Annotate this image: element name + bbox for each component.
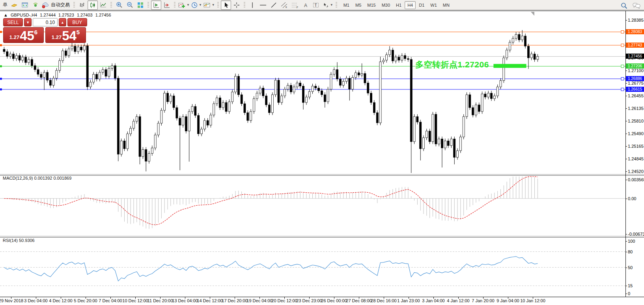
chat-button[interactable] bbox=[631, 1, 642, 10]
timeframe-h4[interactable]: H4 bbox=[405, 1, 416, 9]
zoom-in-button[interactable] bbox=[114, 0, 124, 10]
sell-button[interactable]: SELL bbox=[3, 18, 23, 26]
auto-scroll-icon bbox=[163, 2, 170, 9]
mt4-window: 单 自动交易 ▼ ▼ ▼ E F A T ▼ bbox=[0, 0, 644, 305]
timeframe-m1[interactable]: M1 bbox=[341, 1, 352, 9]
indicators-button[interactable]: ▼ bbox=[177, 0, 190, 10]
pane-separator[interactable] bbox=[0, 236, 644, 238]
autotrading-button[interactable]: 自动交易 bbox=[41, 0, 71, 10]
new-order-button[interactable] bbox=[9, 0, 19, 10]
rsi-tick-label: 15 bbox=[628, 283, 633, 288]
chevron-down-icon: ▼ bbox=[199, 3, 202, 7]
zoom-out-button[interactable] bbox=[125, 0, 135, 10]
text-tool-button[interactable]: A bbox=[301, 0, 311, 10]
crosshair-icon bbox=[233, 2, 240, 9]
price-tick-label: 1.26135 bbox=[628, 106, 644, 111]
time-tick-label: 17 Dec 20:00 bbox=[221, 298, 248, 303]
signals-button[interactable] bbox=[30, 0, 41, 10]
line-chart-mode-button[interactable] bbox=[98, 0, 108, 10]
chevron-down-icon: ▼ bbox=[187, 3, 190, 7]
chart-annotation-text[interactable]: 多空转折点1.27206 bbox=[415, 59, 489, 70]
current-price-label: 1.27456 bbox=[626, 54, 644, 59]
toolbar-grip bbox=[244, 2, 245, 8]
high-value: 1.27523 bbox=[58, 13, 74, 17]
chart-shift-marker-icon[interactable] bbox=[531, 12, 534, 16]
chart-window-button[interactable] bbox=[20, 0, 30, 10]
bar-chart-mode-button[interactable] bbox=[77, 0, 87, 10]
label-tool-button[interactable]: T bbox=[311, 0, 321, 10]
open-value: 1.27444 bbox=[40, 13, 56, 17]
vertical-line-tool-button[interactable] bbox=[247, 0, 258, 10]
price-tick bbox=[625, 83, 627, 84]
price-tick-label: 1.24845 bbox=[628, 156, 644, 161]
line-chart-icon bbox=[100, 2, 107, 9]
price-line-label: 1.26615 bbox=[626, 87, 644, 92]
timeframe-m15[interactable]: M15 bbox=[364, 1, 378, 9]
macd-label: MACD(12,26,9) 0.001392 0.001869 bbox=[3, 176, 71, 180]
time-tick-label: 28 Dec 16:00 bbox=[370, 298, 398, 303]
zoom-out-icon bbox=[126, 1, 134, 9]
chevron-down-icon: ▼ bbox=[330, 3, 333, 7]
macd-tick-label: -0.006738 bbox=[628, 232, 644, 236]
search-button[interactable] bbox=[619, 1, 629, 10]
tile-windows-button[interactable] bbox=[135, 0, 146, 10]
price-tick bbox=[625, 171, 627, 172]
shapes-button[interactable]: ▼ bbox=[322, 0, 334, 10]
templates-button[interactable]: ▼ bbox=[203, 0, 215, 10]
chevron-down-icon: ▼ bbox=[212, 3, 215, 7]
trendline-tool-button[interactable] bbox=[269, 0, 279, 10]
horizontal-line-icon bbox=[259, 2, 267, 9]
trendline-icon bbox=[270, 2, 277, 9]
channel-tool-button[interactable]: E bbox=[279, 0, 289, 10]
low-value: 1.27403 bbox=[77, 13, 93, 17]
chart-shift-button[interactable] bbox=[151, 0, 161, 10]
volume-decrease-button[interactable]: ▼ bbox=[24, 18, 32, 26]
time-tick-label: 14 Dec 12:00 bbox=[196, 298, 224, 303]
price-tick-label: 1.26455 bbox=[628, 93, 644, 98]
chart-area[interactable]: ▲ GBPUSD-,H4 1.27444 1.27523 1.27403 1.2… bbox=[0, 11, 644, 305]
crosshair-tool-button[interactable] bbox=[231, 0, 242, 10]
timeframe-m30[interactable]: M30 bbox=[379, 1, 393, 9]
cursor-tool-button[interactable] bbox=[221, 0, 231, 10]
time-tick-label: 10 Jan 12:00 bbox=[519, 298, 547, 303]
candlestick-mode-button[interactable] bbox=[88, 0, 98, 10]
price-tick bbox=[625, 146, 627, 147]
clock-icon bbox=[191, 2, 198, 9]
rsi-tick bbox=[625, 286, 627, 286]
time-tick-label: 1 Jan 23:00 bbox=[395, 298, 422, 303]
time-tick-label: 19 Dec 04:00 bbox=[246, 298, 273, 303]
horizontal-line-tool-button[interactable] bbox=[258, 0, 268, 10]
chat-bubbles-icon bbox=[632, 2, 641, 9]
price-tick bbox=[625, 159, 627, 159]
macd-plot[interactable] bbox=[0, 175, 625, 236]
candlestick-plot[interactable] bbox=[0, 11, 625, 174]
buy-price-button[interactable]: 1.27 54 5 bbox=[45, 27, 86, 43]
timeframe-mn[interactable]: MN bbox=[440, 1, 452, 9]
rsi-plot[interactable] bbox=[0, 238, 625, 296]
rsi-tick-label: 50 bbox=[628, 265, 633, 270]
time-tick-label: 7 Dec 04:00 bbox=[97, 298, 124, 303]
timeframe-w1[interactable]: W1 bbox=[427, 1, 440, 9]
pane-separator[interactable] bbox=[0, 174, 644, 176]
buy-button[interactable]: BUY bbox=[67, 18, 87, 26]
volume-input[interactable]: 0.10 bbox=[33, 18, 58, 26]
macd-tick bbox=[625, 180, 627, 180]
signal-icon bbox=[32, 2, 39, 9]
periods-button[interactable]: ▼ bbox=[190, 0, 202, 10]
price-tick-label: 1.28385 bbox=[628, 18, 644, 22]
rsi-label: RSI(14) 50.9306 bbox=[3, 238, 35, 243]
fibonacci-tool-button[interactable]: F bbox=[290, 0, 300, 10]
sell-price-button[interactable]: 1.27 45 6 bbox=[3, 27, 44, 43]
timeframe-h1[interactable]: H1 bbox=[393, 1, 404, 9]
auto-scroll-button[interactable] bbox=[162, 0, 172, 10]
timeframe-m5[interactable]: M5 bbox=[353, 1, 364, 9]
time-tick-label: 9 Jan 04:00 bbox=[494, 298, 522, 303]
cursor-icon bbox=[222, 2, 230, 9]
timeframe-d1[interactable]: D1 bbox=[416, 1, 427, 9]
price-tick-label: 1.26775 bbox=[628, 81, 644, 86]
volume-increase-button[interactable]: ▲ bbox=[59, 18, 66, 26]
time-tick-label: 13 Dec 04:00 bbox=[171, 298, 199, 303]
time-tick-label: 3 Dec 04:00 bbox=[22, 298, 50, 303]
symbol-label: GBPUSD-,H4 bbox=[11, 13, 37, 17]
toolbar-grip bbox=[174, 2, 175, 8]
